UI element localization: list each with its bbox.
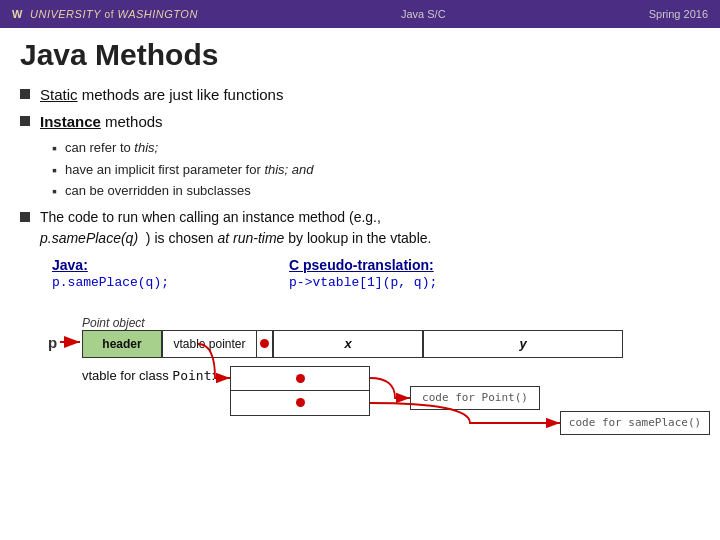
bullet-static-text: Static methods are just like functions xyxy=(40,84,283,105)
c-code-block: C pseudo-translation: p->vtable[1](p, q)… xyxy=(289,257,437,290)
uw-logo: W UNIVERSITY of WASHINGTON xyxy=(12,8,198,20)
c-label: C pseudo-translation: xyxy=(289,257,437,273)
bullet-square-2 xyxy=(20,116,30,126)
java-label: Java: xyxy=(52,257,169,273)
top-bar: W UNIVERSITY of WASHINGTON Java S/C Spri… xyxy=(0,0,720,28)
bullet-static: Static methods are just like functions xyxy=(20,84,700,105)
sub-marker-1: ▪ xyxy=(52,140,57,156)
bullet-instance: Instance methods xyxy=(20,111,700,132)
diagram-arrows xyxy=(30,294,720,454)
sub-bullet-3: ▪ can be overridden in subclasses xyxy=(52,181,700,201)
bullet-instance-text: Instance methods xyxy=(40,111,163,132)
static-underline: Static xyxy=(40,86,78,103)
diagram-section: p Point object header vtable pointer xyxy=(30,294,700,454)
bullet-vtable: The code to run when calling an instance… xyxy=(20,207,700,249)
bullet-square-3 xyxy=(20,212,30,222)
sub-marker-2: ▪ xyxy=(52,162,57,178)
sub-bullet-1: ▪ can refer to this; xyxy=(52,138,700,158)
instance-suffix: methods xyxy=(105,113,163,130)
sub-text-2: have an implicit first parameter for thi… xyxy=(65,160,314,180)
c-code: p->vtable[1](p, q); xyxy=(289,275,437,290)
sub-bullet-2: ▪ have an implicit first parameter for t… xyxy=(52,160,700,180)
semester: Spring 2016 xyxy=(649,8,708,20)
main-content: Java Methods Static methods are just lik… xyxy=(0,28,720,464)
java-code: p.samePlace(q); xyxy=(52,275,169,290)
sub-text-3: can be overridden in subclasses xyxy=(65,181,251,201)
page-title: Java Methods xyxy=(20,38,700,72)
code-section: Java: p.samePlace(q); C pseudo-translati… xyxy=(52,257,700,290)
sub-bullets: ▪ can refer to this; ▪ have an implicit … xyxy=(52,138,700,201)
instance-underline: Instance xyxy=(40,113,101,130)
sub-marker-3: ▪ xyxy=(52,183,57,199)
course-title: Java S/C xyxy=(401,8,446,20)
sub-text-1: can refer to this; xyxy=(65,138,158,158)
static-suffix: methods are just like functions xyxy=(82,86,284,103)
bullet-square-1 xyxy=(20,89,30,99)
bullet-vtable-text: The code to run when calling an instance… xyxy=(40,207,431,249)
java-code-block: Java: p.samePlace(q); xyxy=(52,257,169,290)
